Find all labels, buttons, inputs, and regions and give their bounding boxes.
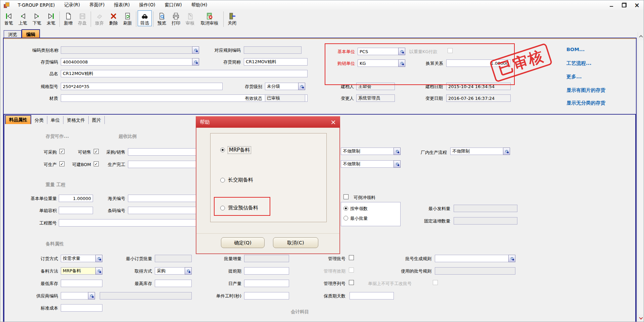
restriction-field-1[interactable]: 不做限制 (341, 148, 401, 155)
menu-report[interactable]: 报表(R) (109, 1, 135, 9)
restriction-field-2[interactable]: 不做限制 (341, 160, 401, 168)
daily-output-field[interactable] (244, 280, 289, 287)
binoculars-icon (141, 11, 149, 21)
min-order-field (155, 255, 192, 262)
lookup-icon[interactable] (298, 83, 305, 90)
change-date-field: 2016-07-26 16:37:24 (446, 94, 511, 102)
tab-browse[interactable]: 浏览 (4, 30, 21, 38)
process-flow-link[interactable]: 工艺流程... (566, 60, 592, 67)
factory-flow-field[interactable]: 不做限制 (450, 148, 510, 155)
producible-checkbox[interactable] (59, 161, 64, 166)
prep-method-field[interactable]: MRP备料 (61, 267, 102, 275)
purchasable-checkbox[interactable] (59, 149, 64, 154)
lookup-icon[interactable] (394, 148, 401, 155)
max-stock-field[interactable] (155, 280, 192, 287)
lookup-icon[interactable] (95, 255, 102, 262)
item-code-field[interactable]: 400400008 (61, 58, 199, 66)
subtab-images[interactable]: 图片 (89, 116, 105, 124)
tab-edit[interactable]: 编辑 (21, 29, 40, 38)
close-window-button[interactable]: × (634, 2, 640, 8)
first-record-button[interactable]: 首笔 (2, 10, 16, 26)
batch-increment-field (244, 255, 289, 262)
scroll-up-button[interactable] (638, 32, 644, 40)
print-button[interactable]: 打印 (169, 10, 183, 26)
box-volume-field[interactable] (59, 207, 93, 214)
restore-button[interactable] (622, 2, 627, 8)
subtab-classification[interactable]: 分类 (31, 116, 47, 124)
preview-button[interactable]: 预览 (155, 10, 169, 26)
lookup-icon[interactable] (394, 160, 401, 168)
coding-class-field[interactable] (61, 46, 199, 54)
shelf-days-field[interactable] (350, 292, 394, 299)
filter-button[interactable]: 筛选 (138, 10, 152, 26)
usable-section-header: 存货可作... (46, 133, 69, 139)
manage-lot-checkbox[interactable] (349, 255, 354, 260)
min-stock-field[interactable] (61, 280, 102, 287)
rule-code-field[interactable] (244, 46, 302, 54)
lookup-icon[interactable] (95, 267, 102, 275)
dialog-close-icon[interactable]: × (330, 118, 336, 126)
lookup-icon[interactable] (192, 58, 199, 66)
mrp-option-radio[interactable] (220, 148, 225, 152)
menu-operation[interactable]: 操作(O) (134, 1, 160, 9)
order-mode-field[interactable]: 按需求量 (61, 255, 102, 262)
next-record-button[interactable]: 下笔 (30, 10, 44, 26)
vertical-scrollbar[interactable] (638, 32, 644, 322)
menu-window[interactable]: 窗口(W) (160, 1, 187, 9)
prev-record-button[interactable]: 上笔 (16, 10, 30, 26)
item-short-field[interactable]: CR12MOV精料 (244, 58, 308, 66)
minimize-button[interactable] (609, 2, 614, 8)
more-link[interactable]: 更多... (566, 74, 582, 80)
lot-rule-field[interactable] (435, 255, 515, 262)
menu-record[interactable]: 记录(R) (59, 1, 85, 9)
lead-time-field[interactable] (244, 267, 289, 275)
bom-allowed-checkbox[interactable] (94, 161, 99, 166)
changer-field: 系统管理员 (356, 94, 395, 102)
batch-increment-label: 批量增量 (217, 256, 241, 261)
box-volume-label: 单箱容积 (34, 208, 57, 213)
lookup-icon[interactable] (503, 148, 510, 155)
refresh-button[interactable]: 刷新 (121, 10, 135, 26)
show-unclassified-link[interactable]: 显示无分类的存货 (566, 100, 605, 106)
subtab-item-attributes[interactable]: 料品属性 (5, 115, 31, 124)
long-cycle-option-label[interactable]: 长交期备料 (228, 177, 253, 183)
min-stock-label: 最低库存 (34, 281, 58, 286)
unit-hours-field[interactable] (244, 292, 289, 299)
save-button: 存盘 (75, 10, 89, 26)
new-button[interactable]: 新增 (61, 10, 75, 26)
spec-field[interactable]: 250*240*35 (61, 83, 223, 90)
backflush-checkbox[interactable] (343, 194, 349, 199)
menu-help[interactable]: 帮助(H) (187, 1, 212, 9)
help-dialog-titlebar[interactable]: 帮助 × (196, 116, 340, 128)
scroll-down-button[interactable] (638, 314, 644, 322)
lookup-icon[interactable] (88, 292, 95, 299)
show-with-images-link[interactable]: 显示有图片的存货 (566, 87, 605, 93)
bom-link[interactable]: BOM... (566, 47, 585, 52)
cancel-button[interactable]: 取消(C) (273, 237, 318, 248)
sellable-checkbox[interactable] (94, 149, 99, 154)
base-weight-field[interactable]: 1.00000 (59, 195, 93, 202)
level-field[interactable]: 未分级 (265, 83, 305, 90)
menu-interface[interactable]: 界面(F) (85, 1, 109, 9)
acquire-mode-field[interactable]: 采购 (155, 267, 192, 275)
toolbar-separator (91, 11, 91, 27)
supplier-code-field[interactable] (61, 292, 95, 299)
std-cost-field[interactable] (61, 304, 102, 312)
by-request-radio[interactable] (343, 206, 348, 211)
manage-serial-checkbox[interactable] (349, 280, 354, 285)
cancel-audit-button[interactable]: 取消审核 (197, 10, 222, 26)
lookup-icon[interactable] (192, 46, 199, 54)
menu-tgroup-erp[interactable]: T-GROUP ERP(E) (13, 1, 59, 9)
item-name-field[interactable]: CR12MOV精料 (61, 70, 308, 77)
min-batch-radio[interactable] (343, 216, 348, 220)
mrp-option-label[interactable]: MRP备料 (228, 147, 251, 154)
long-cycle-option-radio[interactable] (220, 178, 225, 183)
lookup-icon[interactable] (508, 255, 515, 262)
last-record-button[interactable]: 末笔 (44, 10, 58, 26)
lookup-icon[interactable] (185, 267, 192, 275)
delete-button[interactable]: 删除 (106, 10, 121, 26)
ok-button[interactable]: 确定(Q) (221, 237, 265, 248)
subtab-qualification-files[interactable]: 资格文件 (63, 116, 89, 124)
subtab-unit[interactable]: 单位 (47, 116, 63, 124)
close-button[interactable]: 关闭 (225, 10, 239, 26)
